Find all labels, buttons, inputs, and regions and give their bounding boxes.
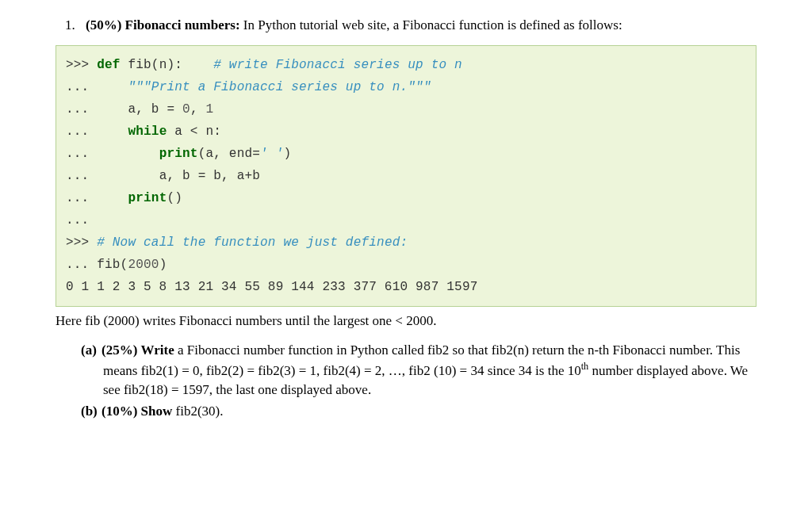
part-a: (a)(25%) Write a Fibonacci number functi… — [103, 341, 756, 399]
ordinal-sup: th — [581, 361, 589, 372]
part-weight: (10%) — [102, 404, 137, 419]
part-marker: (b) — [81, 402, 102, 421]
code-line: ... while a < n: — [66, 124, 221, 139]
code-line: >>> # Now call the function we just defi… — [66, 235, 408, 250]
part-marker: (a) — [81, 341, 102, 360]
code-text: ) — [159, 258, 167, 272]
part-b: (b)(10%) Show fib2(30). — [103, 402, 756, 421]
keyword-def: def — [97, 58, 120, 72]
keyword-while: while — [128, 124, 167, 139]
part-text: fib2(30). — [172, 404, 223, 419]
code-line: ... a, b = 0, 1 — [66, 102, 213, 117]
comment: # Now call the function we just defined: — [97, 235, 408, 250]
literal: 0 — [182, 102, 190, 117]
code-line: ... a, b = b, a+b — [66, 169, 260, 183]
repl-prompt: ... — [66, 80, 128, 94]
code-line: ... print() — [66, 191, 182, 205]
code-line: ... fib(2000) — [66, 258, 167, 272]
subparts-list: (a)(25%) Write a Fibonacci number functi… — [103, 341, 756, 421]
code-output: 0 1 1 2 3 5 8 13 21 34 55 89 144 233 377… — [66, 280, 477, 294]
repl-prompt: >>> — [66, 58, 97, 72]
keyword-print: print — [159, 147, 198, 161]
question-title: Fibonacci numbers: — [125, 17, 240, 33]
code-text: fib(n): — [121, 58, 214, 72]
part-verb: Write — [141, 342, 174, 358]
string-literal: ' ' — [260, 147, 283, 161]
repl-prompt: ... — [66, 169, 159, 183]
repl-prompt: ... — [66, 147, 159, 161]
code-text: = — [167, 102, 174, 117]
code-text: ) — [283, 147, 291, 161]
code-line: ... — [66, 213, 89, 228]
repl-prompt: >>> — [66, 235, 97, 250]
part-weight: (25%) — [102, 342, 137, 358]
keyword-print: print — [128, 191, 167, 205]
code-text: () — [167, 191, 182, 205]
list-marker: 1. — [65, 16, 86, 36]
repl-prompt: ... — [66, 213, 89, 228]
question-1-intro: 1.(50%) Fibonacci numbers: In Python tut… — [87, 16, 756, 36]
code-text: a < n: — [167, 124, 221, 139]
code-line: >>> def fib(n): # write Fibonacci series… — [66, 58, 462, 72]
code-text: b, a+b — [205, 169, 260, 183]
code-text: a, b — [128, 102, 167, 117]
code-text: fib( — [97, 258, 128, 272]
python-code-block: >>> def fib(n): # write Fibonacci series… — [56, 45, 756, 307]
literal: 1 — [205, 102, 213, 117]
code-line: ... print(a, end=' ') — [66, 147, 291, 161]
document-page: 1.(50%) Fibonacci numbers: In Python tut… — [0, 0, 812, 440]
repl-prompt: ... — [66, 191, 128, 205]
code-text — [174, 102, 182, 117]
code-line: ... """Print a Fibonacci series up to n.… — [66, 80, 431, 94]
question-intro-text: In Python tutorial web site, a Fibonacci… — [240, 17, 622, 33]
code-text: , — [190, 102, 206, 117]
repl-prompt: ... — [66, 258, 97, 272]
code-text: = — [198, 169, 206, 183]
repl-prompt: ... — [66, 124, 128, 139]
comment: # write Fibonacci series up to n — [213, 58, 462, 72]
repl-prompt: ... — [66, 102, 128, 117]
question-weight: (50%) — [86, 17, 121, 33]
code-text: (a, end= — [198, 147, 260, 161]
code-text: a, b — [159, 169, 198, 183]
part-verb: Show — [141, 404, 173, 419]
docstring: """Print a Fibonacci series up to n.""" — [128, 80, 431, 94]
explanation-text: Here fib (2000) writes Fibonacci numbers… — [56, 312, 756, 331]
literal: 2000 — [128, 258, 159, 272]
